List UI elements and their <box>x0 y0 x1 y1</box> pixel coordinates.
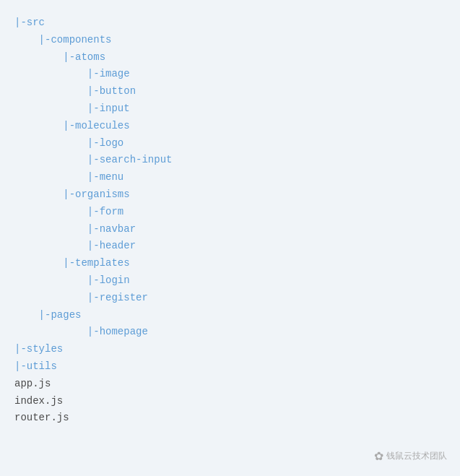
list-item: | - organisms <box>14 186 446 204</box>
tree-node-label: organisms <box>75 186 130 204</box>
tree-node-label: styles <box>27 341 63 358</box>
list-item: | - logo <box>14 135 446 152</box>
list-item: | - components <box>14 32 446 49</box>
list-item: router.js <box>14 410 446 427</box>
indent-space <box>14 186 63 204</box>
tree-dash: - <box>93 221 99 238</box>
tree-node-label: button <box>100 83 136 100</box>
tree-node-label: molecules <box>75 118 130 135</box>
tree-node-label: header <box>100 238 136 255</box>
list-item: | - styles <box>14 341 446 358</box>
tree-dash: - <box>93 290 99 307</box>
list-item: | - navbar <box>14 221 446 238</box>
tree-dash: - <box>93 100 99 118</box>
tree-node-label: app.js <box>14 376 51 393</box>
tree-pipe: | <box>14 358 20 376</box>
tree-node-label: image <box>100 66 130 83</box>
indent-space <box>14 238 87 255</box>
list-item: | - src <box>14 14 446 32</box>
tree-dash: - <box>93 135 99 152</box>
tree-pipe: | <box>87 290 93 307</box>
tree-dash: - <box>20 358 26 376</box>
tree-dash: - <box>45 32 51 49</box>
tree-pipe: | <box>87 169 93 186</box>
tree-pipe: | <box>87 221 93 238</box>
tree-pipe: | <box>87 83 93 100</box>
tree-node-label: search-input <box>100 152 173 169</box>
tree-dash: - <box>93 83 99 100</box>
list-item: | - molecules <box>14 118 446 135</box>
tree-node-label: src <box>27 14 45 32</box>
tree-dash: - <box>93 169 99 186</box>
list-item: | - search-input <box>14 152 446 169</box>
indent-space <box>14 272 87 290</box>
watermark: ✿ 钱鼠云技术团队 <box>374 449 447 463</box>
tree-dash: - <box>69 255 75 272</box>
tree-node-label: menu <box>100 169 124 186</box>
indent-space <box>14 66 87 83</box>
tree-node-label: templates <box>75 255 130 272</box>
tree-dash: - <box>93 204 99 221</box>
tree-node-label: components <box>51 32 111 49</box>
tree-pipe: | <box>87 135 93 152</box>
tree-dash: - <box>93 324 99 341</box>
list-item: | - register <box>14 290 446 307</box>
tree-pipe: | <box>87 152 93 169</box>
list-item: | - utils <box>14 358 446 376</box>
indent-space <box>14 49 63 66</box>
list-item: | - homepage <box>14 324 446 341</box>
indent-space <box>14 290 87 307</box>
indent-space <box>14 169 87 186</box>
tree-dash: - <box>93 152 99 169</box>
tree-node-label: pages <box>51 307 81 324</box>
list-item: | - button <box>14 83 446 100</box>
tree-node-label: login <box>100 272 130 290</box>
list-item: | - form <box>14 204 446 221</box>
tree-dash: - <box>20 14 26 32</box>
indent-space <box>14 152 87 169</box>
list-item: | - login <box>14 272 446 290</box>
tree-pipe: | <box>87 66 93 83</box>
indent-space <box>14 204 87 221</box>
list-item: | - templates <box>14 255 446 272</box>
indent-space <box>14 135 87 152</box>
list-item: | - input <box>14 100 446 118</box>
indent-space <box>14 83 87 100</box>
list-item: | - image <box>14 66 446 83</box>
tree-node-label: atoms <box>75 49 105 66</box>
list-item: | - atoms <box>14 49 446 66</box>
tree-pipe: | <box>14 341 20 358</box>
tree-pipe: | <box>39 32 45 49</box>
tree-pipe: | <box>63 186 69 204</box>
list-item: | - pages <box>14 307 446 324</box>
watermark-text: 钱鼠云技术团队 <box>386 450 447 462</box>
tree-dash: - <box>93 66 99 83</box>
tree-node-label: form <box>100 204 124 221</box>
tree-node-label: navbar <box>100 221 136 238</box>
tree-pipe: | <box>87 204 93 221</box>
tree-node-label: router.js <box>14 410 69 427</box>
tree-dash: - <box>93 238 99 255</box>
tree-pipe: | <box>87 272 93 290</box>
tree-dash: - <box>69 118 75 135</box>
tree-node-label: homepage <box>100 324 148 341</box>
watermark-icon: ✿ <box>374 449 383 463</box>
tree-pipe: | <box>39 307 45 324</box>
indent-space <box>14 118 63 135</box>
indent-space <box>14 32 39 49</box>
indent-space <box>14 307 39 324</box>
tree-pipe: | <box>87 324 93 341</box>
indent-space <box>14 100 87 118</box>
tree-pipe: | <box>63 255 69 272</box>
tree-dash: - <box>93 272 99 290</box>
tree-node-label: logo <box>100 135 124 152</box>
tree-dash: - <box>45 307 51 324</box>
list-item: | - menu <box>14 169 446 186</box>
indent-space <box>14 324 87 341</box>
tree-pipe: | <box>87 100 93 118</box>
tree-dash: - <box>69 186 75 204</box>
list-item: | - header <box>14 238 446 255</box>
tree-pipe: | <box>63 49 69 66</box>
file-tree: | - src | - components | - atoms | - ima… <box>14 14 446 427</box>
tree-node-label: index.js <box>14 393 63 410</box>
